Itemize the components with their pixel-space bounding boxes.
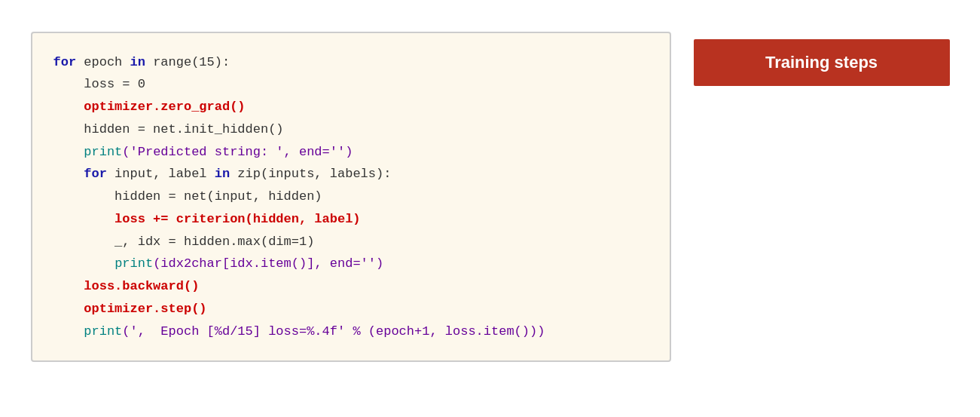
keyword-for-2: for	[84, 167, 107, 181]
text-4: hidden = net.init_hidden()	[53, 122, 284, 136]
code-line-4: hidden = net.init_hidden()	[53, 118, 649, 141]
text-11: loss.backward()	[53, 279, 200, 293]
training-steps-badge: Training steps	[694, 39, 950, 86]
text-5a	[53, 145, 84, 159]
code-line-12: optimizer.step()	[53, 298, 649, 320]
code-line-1: for epoch in range(15):	[53, 51, 649, 74]
text-13c: (', Epoch [%d/15] loss=%.4f' % (epoch+1,…	[122, 324, 545, 339]
code-line-6: for input, label in zip(inputs, labels):	[53, 163, 649, 186]
text-9: _, idx = hidden.max(dim=1)	[53, 235, 315, 249]
text-8: loss += criterion(hidden, label)	[53, 212, 361, 226]
text-10c: (idx2char[idx.item()], end='')	[153, 256, 383, 271]
code-line-11: loss.backward()	[53, 275, 649, 298]
text-13b: print	[84, 324, 122, 339]
code-line-8: loss += criterion(hidden, label)	[53, 208, 649, 231]
text-10b: print	[114, 256, 153, 271]
text-6c: zip(inputs, labels):	[230, 167, 391, 181]
text-5c: ('Predicted string: ', end='')	[122, 145, 353, 159]
keyword-in-2: in	[215, 167, 230, 181]
text-6a	[53, 167, 84, 181]
text-7: hidden = net(input, hidden)	[53, 189, 322, 204]
code-line-13: print(', Epoch [%d/15] loss=%.4f' % (epo…	[53, 320, 649, 343]
text-1b: range(15):	[145, 55, 230, 69]
code-line-10: print(idx2char[idx.item()], end='')	[53, 253, 649, 275]
main-container: for epoch in range(15): loss = 0 optimiz…	[16, 17, 965, 401]
code-line-2: loss = 0	[53, 73, 649, 96]
keyword-in-1: in	[130, 55, 145, 69]
text-12: optimizer.step()	[53, 302, 207, 316]
training-steps-label: Training steps	[765, 53, 878, 72]
sidebar: Training steps	[694, 32, 950, 86]
text-6b: input, label	[107, 167, 215, 181]
text-10a	[53, 256, 115, 271]
text-1a: epoch	[76, 55, 130, 69]
code-block: for epoch in range(15): loss = 0 optimiz…	[31, 32, 671, 363]
keyword-for-1: for	[53, 55, 77, 69]
text-3: optimizer.zero_grad()	[53, 100, 246, 114]
text-5b: print	[84, 145, 122, 159]
text-13a	[53, 324, 84, 339]
code-line-7: hidden = net(input, hidden)	[53, 186, 649, 208]
code-line-5: print('Predicted string: ', end='')	[53, 141, 649, 164]
code-line-3: optimizer.zero_grad()	[53, 96, 649, 118]
code-line-9: _, idx = hidden.max(dim=1)	[53, 231, 649, 253]
text-2: loss = 0	[53, 77, 145, 91]
